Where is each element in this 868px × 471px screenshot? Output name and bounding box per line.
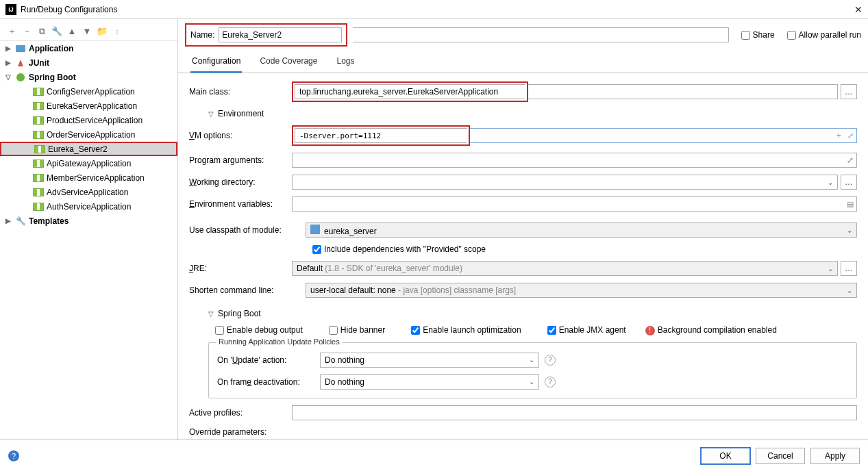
down-icon[interactable]: ▼	[81, 25, 93, 38]
working-dir-input[interactable]: ⌄	[292, 175, 838, 190]
copy-icon[interactable]: ⧉	[36, 25, 48, 38]
chevron-down-icon: ▽	[5, 73, 15, 81]
jre-select[interactable]: Default (1.8 - SDK of 'eureka_server' mo…	[292, 261, 838, 276]
wrench-icon: 🔧	[15, 216, 26, 226]
name-label: Name:	[190, 30, 214, 40]
tree-config[interactable]: ProductServiceApplication	[0, 113, 177, 127]
svg-point-1	[16, 73, 25, 81]
collapse-icon[interactable]: ↕	[111, 25, 123, 38]
vm-options-label: VM options:	[189, 131, 292, 140]
expand-icon[interactable]: ⤢	[847, 155, 854, 165]
tree-config[interactable]: AdvServiceApplication	[0, 185, 177, 199]
enable-launch-opt-checkbox[interactable]: Enable launch optimization	[411, 325, 521, 335]
module-icon	[310, 225, 320, 234]
help-icon[interactable]: ?	[545, 355, 556, 366]
chevron-right-icon: ▶	[5, 59, 15, 66]
environment-section[interactable]: ▽ Environment	[208, 109, 857, 118]
env-vars-label: Environment variables:	[189, 199, 292, 209]
tree-config-selected[interactable]: Eureka_Server2	[0, 142, 177, 156]
bg-compile-status: !Background compilation enabled	[645, 325, 777, 335]
chevron-right-icon: ▶	[5, 44, 15, 52]
sidebar: ＋ － ⧉ 🔧 ▲ ▼ 📁 ↕ ▶ Application ▶ JUnit ▽ …	[0, 19, 178, 440]
main-class-input-ext[interactable]	[528, 84, 838, 99]
warning-icon: !	[645, 326, 655, 335]
tree-config[interactable]: ApiGatewayApplication	[0, 156, 177, 170]
ok-button[interactable]: OK	[701, 448, 750, 464]
tree-spring-boot[interactable]: ▽ Spring Boot	[0, 70, 177, 84]
on-update-select[interactable]: Do nothing⌄	[320, 353, 539, 368]
chevron-down-icon: ▽	[208, 110, 218, 118]
active-profiles-input[interactable]	[292, 405, 857, 420]
tab-configuration[interactable]: Configuration	[190, 52, 242, 73]
cancel-button[interactable]: Cancel	[756, 448, 805, 464]
program-args-input[interactable]: ⤢	[292, 153, 857, 168]
help-icon[interactable]: ?	[545, 377, 556, 387]
tree-config[interactable]: OrderServiceApplication	[0, 127, 177, 142]
enable-jmx-checkbox[interactable]: Enable JMX agent	[547, 325, 626, 335]
tab-code-coverage[interactable]: Code Coverage	[258, 52, 319, 73]
tree-config[interactable]: MemberServiceApplication	[0, 170, 177, 185]
wrench-icon[interactable]: 🔧	[51, 25, 63, 38]
vm-options-input[interactable]: -Dserver.port=1112	[295, 128, 467, 143]
plus-icon[interactable]: +	[836, 131, 841, 140]
override-params-label: Override parameters:	[189, 427, 292, 437]
window-title: Run/Debug Configurations	[21, 5, 854, 14]
name-input-extension[interactable]	[353, 27, 728, 42]
jre-label: JRE:	[189, 264, 292, 273]
tree-config[interactable]: ConfigServerApplication	[0, 84, 177, 99]
add-icon[interactable]: ＋	[5, 25, 18, 38]
env-vars-input[interactable]: ▤	[292, 196, 857, 212]
classpath-label: Use classpath of module:	[189, 225, 306, 235]
update-policies-legend: Running Application Update Policies	[216, 338, 343, 346]
chevron-down-icon: ⌄	[529, 356, 534, 364]
name-input[interactable]	[219, 27, 342, 42]
browse-jre-button[interactable]: …	[841, 261, 857, 276]
tree-config[interactable]: AuthServiceApplication	[0, 199, 177, 214]
include-provided-checkbox[interactable]: Include dependencies with "Provided" sco…	[312, 244, 486, 254]
chevron-down-icon: ⌄	[828, 265, 833, 272]
chevron-down-icon: ⌄	[828, 179, 833, 186]
chevron-down-icon: ⌄	[847, 287, 852, 294]
vm-options-input-ext[interactable]: + ⤢	[470, 128, 857, 143]
on-update-label: On 'Update' action:	[217, 355, 320, 365]
main-class-label: Main class:	[189, 87, 292, 97]
expand-icon[interactable]: ⤢	[847, 131, 854, 140]
remove-icon[interactable]: －	[21, 25, 33, 38]
chevron-right-icon: ▶	[5, 217, 15, 225]
help-button[interactable]: ?	[8, 450, 19, 461]
program-args-label: Program arguments:	[189, 155, 292, 165]
share-checkbox[interactable]: Share	[741, 30, 775, 40]
svg-rect-0	[16, 45, 25, 52]
active-profiles-label: Active profiles:	[189, 408, 292, 418]
shorten-label: Shorten command line:	[189, 285, 306, 295]
enable-debug-checkbox[interactable]: Enable debug output	[215, 325, 303, 335]
folder-icon[interactable]: 📁	[96, 25, 108, 38]
classpath-select[interactable]: eureka_server ⌄	[306, 222, 857, 238]
allow-parallel-checkbox[interactable]: Allow parallel run	[787, 30, 861, 40]
on-frame-label: On frame deactivation:	[217, 377, 320, 387]
app-icon: IJ	[5, 4, 16, 15]
shorten-select[interactable]: user-local default: none - java [options…	[306, 283, 857, 298]
apply-button[interactable]: Apply	[810, 448, 860, 464]
chevron-down-icon: ▽	[208, 310, 218, 318]
spring-boot-section[interactable]: ▽ Spring Boot	[208, 309, 857, 318]
tree-junit[interactable]: ▶ JUnit	[0, 55, 177, 70]
on-frame-select[interactable]: Do nothing⌄	[320, 374, 539, 390]
chevron-down-icon: ⌄	[529, 378, 534, 385]
list-icon[interactable]: ▤	[847, 200, 854, 209]
browse-main-class-button[interactable]: …	[841, 84, 857, 99]
tree-application[interactable]: ▶ Application	[0, 41, 177, 55]
chevron-down-icon: ⌄	[847, 227, 852, 234]
main-class-input[interactable]: top.linruchang.eureka_server.EurekaServe…	[295, 84, 525, 99]
up-icon[interactable]: ▲	[66, 25, 78, 38]
tab-logs[interactable]: Logs	[335, 52, 356, 73]
working-dir-label: Working directory:	[189, 177, 292, 187]
close-icon[interactable]: ✕	[854, 4, 863, 15]
browse-workdir-button[interactable]: …	[841, 175, 857, 190]
hide-banner-checkbox[interactable]: Hide banner	[329, 325, 385, 335]
tree-config[interactable]: EurekaServerApplication	[0, 99, 177, 113]
tree-templates[interactable]: ▶ 🔧 Templates	[0, 214, 177, 228]
